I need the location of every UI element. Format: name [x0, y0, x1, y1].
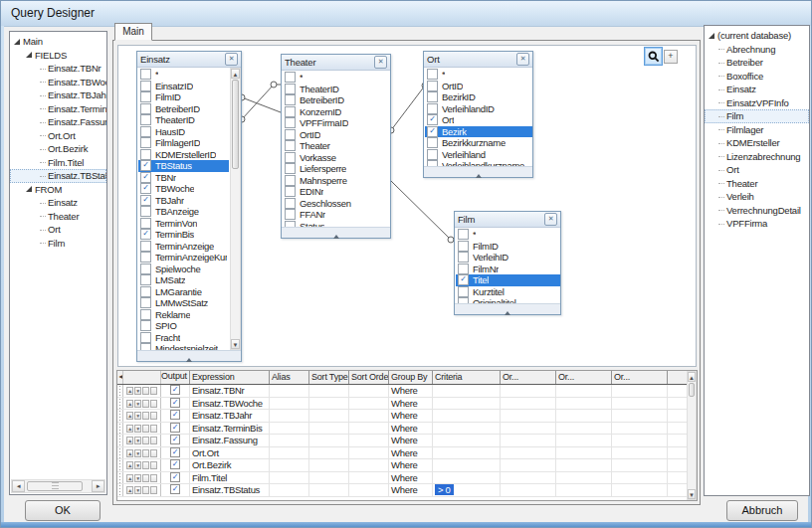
field-row[interactable]: BezirkID: [425, 91, 532, 103]
field-checkbox[interactable]: [140, 81, 151, 91]
tree-item[interactable]: VerrechnungDetail: [705, 204, 809, 218]
close-icon[interactable]: [516, 53, 529, 66]
cancel-button[interactable]: Abbruch: [726, 500, 798, 521]
criteria-cell[interactable]: [433, 459, 501, 471]
tree-item[interactable]: Betreiber: [705, 56, 809, 70]
move-down-button[interactable]: [134, 461, 141, 469]
move-down-button[interactable]: [134, 437, 141, 444]
tree-item[interactable]: Einsatz.TBStatus: [10, 169, 106, 183]
sort-type-cell[interactable]: [309, 459, 349, 471]
insert-row-button[interactable]: [142, 425, 149, 433]
tree-item[interactable]: Ort: [10, 223, 106, 237]
field-row[interactable]: ✓Bezirk: [425, 126, 532, 138]
field-row[interactable]: Verleihlandkurzname: [425, 160, 532, 166]
field-row[interactable]: TheaterID: [138, 114, 229, 126]
field-checkbox[interactable]: ✓: [427, 126, 438, 137]
or-cell[interactable]: [501, 423, 556, 435]
sort-type-cell[interactable]: [309, 410, 349, 422]
insert-row-button[interactable]: [142, 387, 149, 395]
or-cell[interactable]: [612, 435, 668, 446]
tree-item[interactable]: Ort.Bezirk: [10, 142, 106, 156]
scrollbar-thumb[interactable]: [232, 80, 239, 169]
sort-type-cell[interactable]: [309, 484, 349, 496]
or-cell[interactable]: [501, 484, 556, 496]
move-up-button[interactable]: [126, 437, 133, 444]
field-checkbox[interactable]: [285, 163, 296, 174]
group-by-cell[interactable]: Where: [389, 435, 433, 446]
tree-item[interactable]: VPFFirma: [705, 217, 809, 231]
expression-cell[interactable]: Film.Titel: [190, 472, 270, 484]
field-checkbox[interactable]: [285, 209, 296, 220]
scroll-down-icon[interactable]: ▼: [231, 339, 240, 349]
sort-order-cell[interactable]: [349, 484, 389, 496]
field-checkbox[interactable]: [140, 320, 151, 331]
alias-cell[interactable]: [270, 410, 309, 422]
table-scroll-up-strip[interactable]: [137, 350, 241, 361]
field-row[interactable]: LMGarantie: [138, 286, 229, 298]
move-down-button[interactable]: [134, 387, 141, 395]
field-checkbox[interactable]: ✓: [140, 172, 151, 183]
or-cell[interactable]: [612, 447, 668, 459]
table-header[interactable]: Einsatz: [137, 52, 241, 68]
field-row[interactable]: *: [283, 72, 390, 84]
field-row[interactable]: FilmNr: [456, 264, 560, 275]
field-row[interactable]: Kurztitel: [456, 286, 560, 298]
field-row[interactable]: Geschlossen: [283, 198, 390, 210]
table-scrollbar[interactable]: ▲ ▼: [230, 68, 241, 350]
or-cell[interactable]: [556, 410, 612, 422]
field-checkbox[interactable]: [140, 206, 151, 217]
insert-row-button[interactable]: [142, 437, 149, 444]
field-row[interactable]: TBAnzeige: [138, 206, 229, 218]
delete-row-button[interactable]: [150, 461, 157, 469]
insert-row-button[interactable]: [142, 400, 149, 408]
tree-item[interactable]: Einsatz: [10, 196, 106, 210]
or-cell[interactable]: [556, 435, 612, 446]
field-checkbox[interactable]: [140, 137, 151, 148]
field-checkbox[interactable]: [140, 332, 151, 343]
alias-cell[interactable]: [270, 484, 309, 496]
or-cell[interactable]: [501, 435, 556, 446]
tree-item[interactable]: EinsatzVPFInfo: [705, 96, 809, 110]
move-down-button[interactable]: [134, 412, 141, 420]
output-checkbox[interactable]: ✓: [170, 484, 180, 494]
diagram-surface[interactable]: + Einsatz * EinsatzID FilmID BetreiberID…: [117, 45, 697, 367]
or-cell[interactable]: [612, 410, 668, 422]
delete-row-button[interactable]: [150, 474, 157, 482]
expand-icon[interactable]: [14, 39, 20, 45]
field-row[interactable]: Liefersperre: [283, 163, 390, 175]
output-checkbox[interactable]: ✓: [170, 447, 180, 457]
alias-cell[interactable]: [270, 385, 309, 397]
field-checkbox[interactable]: [140, 241, 151, 252]
or-cell[interactable]: [556, 484, 612, 496]
field-checkbox[interactable]: [140, 264, 151, 274]
field-row[interactable]: TheaterID: [283, 84, 390, 95]
field-checkbox[interactable]: [427, 91, 438, 102]
criteria-cell[interactable]: [433, 385, 501, 397]
or-cell[interactable]: [612, 472, 668, 484]
group-by-cell[interactable]: Where: [389, 423, 433, 435]
column-header[interactable]: Sort Order: [349, 371, 389, 384]
tree-item[interactable]: Lizenzabrechnung: [705, 150, 809, 164]
or-cell[interactable]: [556, 398, 612, 410]
field-row[interactable]: Vorkasse: [283, 152, 390, 164]
field-checkbox[interactable]: [140, 149, 151, 160]
column-header[interactable]: Output: [161, 371, 190, 384]
column-header[interactable]: Criteria: [433, 371, 501, 384]
table-header[interactable]: Ort: [424, 52, 532, 68]
field-checkbox[interactable]: [140, 252, 151, 263]
field-row[interactable]: BetreiberID: [283, 94, 390, 106]
alias-cell[interactable]: [270, 472, 309, 484]
tree-item[interactable]: Einsatz.TBNr: [10, 62, 106, 76]
zoom-in-button[interactable]: +: [664, 50, 678, 64]
group-by-cell[interactable]: Where: [389, 410, 433, 422]
field-checkbox[interactable]: [285, 129, 296, 140]
field-checkbox[interactable]: [285, 186, 296, 197]
field-checkbox[interactable]: [140, 103, 151, 114]
field-checkbox[interactable]: [285, 94, 296, 105]
expand-icon[interactable]: [709, 33, 714, 39]
grid-vertical-scrollbar[interactable]: ▲ ▼: [687, 371, 697, 500]
tree-item[interactable]: Einsatz.TBWoche: [10, 76, 106, 89]
move-down-button[interactable]: [134, 486, 141, 494]
field-row[interactable]: VerleihID: [456, 252, 560, 264]
move-up-button[interactable]: [126, 425, 133, 433]
